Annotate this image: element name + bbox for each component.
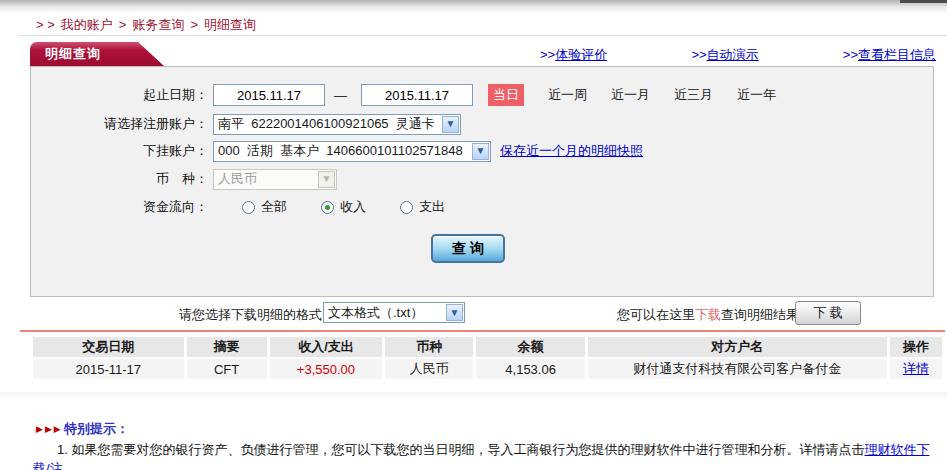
flow-option-all[interactable]: 全部 <box>242 198 287 216</box>
link-prefix: >> <box>540 47 555 62</box>
cell-currency: 人民币 <box>385 359 473 379</box>
start-date-input[interactable] <box>213 84 325 106</box>
cell-summary: CFT <box>187 359 267 379</box>
date-range-label: 起止日期： <box>31 86 208 104</box>
register-account-row: 请选择注册账户： 南平 6222001406100921065 灵通卡 ▼ <box>31 112 933 136</box>
last-3-months-range-button[interactable]: 近三月 <box>674 86 713 104</box>
col-currency: 币种 <box>385 337 473 357</box>
today-range-button[interactable]: 当日 <box>488 84 524 106</box>
chevron-down-icon: ▼ <box>318 171 335 188</box>
end-date-input[interactable] <box>361 84 473 106</box>
breadcrumb-separator: > <box>190 17 198 32</box>
breadcrumb-separator: > <box>119 17 127 32</box>
notice-body: 1. 如果您需要对您的银行资产、负债进行管理，您可以下载您的当日明细，导入工商银… <box>33 440 938 470</box>
download-hint-highlight: 下载 <box>695 307 721 322</box>
link-prefix: >> <box>843 47 858 62</box>
tab-detail-query[interactable]: 明细查询 <box>30 42 164 66</box>
breadcrumb-prefix: > > <box>36 17 55 32</box>
link-prefix: >> <box>691 47 706 62</box>
breadcrumb-item-my-account[interactable]: 我的账户 <box>61 17 113 32</box>
cell-balance: 4,153.06 <box>476 359 584 379</box>
flow-option-expense[interactable]: 支出 <box>400 198 445 216</box>
currency-select: 人民币 ▼ <box>213 169 337 190</box>
currency-label: 币 种： <box>31 170 208 188</box>
cell-counterparty: 财付通支付科技有限公司客户备付金 <box>588 359 887 379</box>
breadcrumb-divider <box>18 35 947 36</box>
col-summary: 摘要 <box>187 337 267 357</box>
fund-flow-row: 资金流向： 全部 收入 支出 <box>31 195 933 219</box>
col-balance: 余额 <box>476 337 584 357</box>
query-button[interactable]: 查 询 <box>431 234 505 263</box>
top-gradient-bar <box>0 0 947 13</box>
header-links: >>体验评价 >>自动演示 >>查看栏目信息 <box>540 46 936 64</box>
date-range-row: 起止日期： — 当日 近一周 近一月 近三月 近一年 <box>31 83 933 107</box>
col-counterparty: 对方户名 <box>588 337 887 357</box>
download-format-label: 请您选择下载明细的格式 <box>0 306 322 324</box>
col-action: 操作 <box>890 337 942 357</box>
query-form-panel: 起止日期： — 当日 近一周 近一月 近三月 近一年 请选择注册账户： 南平 6… <box>30 66 934 297</box>
chevron-down-icon: ▼ <box>472 143 489 160</box>
breadcrumb-item-account-query[interactable]: 账务查询 <box>132 17 184 32</box>
column-info-link[interactable]: >>查看栏目信息 <box>843 46 936 64</box>
col-date: 交易日期 <box>33 337 184 357</box>
sub-account-row: 下挂账户： 000 活期 基本户 1406600101102571848 ▼ 保… <box>31 139 933 163</box>
flow-option-income[interactable]: 收入 <box>321 198 366 216</box>
chevron-down-icon: ▼ <box>446 304 463 321</box>
table-header-row: 交易日期 摘要 收入/支出 币种 余额 对方户名 操作 <box>33 337 942 357</box>
last-year-range-button[interactable]: 近一年 <box>737 86 776 104</box>
download-button[interactable]: 下 载 <box>795 301 861 325</box>
notice-arrows-icon: ▶▶▶ <box>36 424 63 434</box>
col-amount: 收入/支出 <box>270 337 382 357</box>
radio-income[interactable] <box>321 201 334 214</box>
download-format-select[interactable]: 文本格式（.txt） ▼ <box>323 302 465 323</box>
radio-expense[interactable] <box>400 201 413 214</box>
breadcrumb-item-detail-query[interactable]: 明细查询 <box>204 17 256 32</box>
last-month-range-button[interactable]: 近一月 <box>611 86 650 104</box>
section-divider-band <box>0 392 947 402</box>
sub-account-label: 下挂账户： <box>31 142 208 160</box>
notice-title: 特别提示： <box>64 420 129 438</box>
fund-flow-label: 资金流向： <box>31 198 208 216</box>
chevron-down-icon: ▼ <box>442 116 459 133</box>
auto-demo-link[interactable]: >>自动演示 <box>691 46 758 64</box>
sub-account-select[interactable]: 000 活期 基本户 1406600101102571848 ▼ <box>213 141 491 162</box>
save-snapshot-link[interactable]: 保存近一个月的明细快照 <box>500 142 643 160</box>
download-format-select-wrap: 文本格式（.txt） ▼ <box>323 302 465 323</box>
cell-amount: +3,550.00 <box>270 359 382 379</box>
detail-link[interactable]: 详情 <box>903 361 929 376</box>
experience-rating-link[interactable]: >>体验评价 <box>540 46 607 64</box>
top-corner-strip <box>900 0 947 3</box>
table-row: 2015-11-17 CFT +3,550.00 人民币 4,153.06 财付… <box>33 359 942 379</box>
breadcrumb: > >我的账户>账务查询>明细查询 <box>36 16 262 34</box>
currency-row: 币 种： 人民币 ▼ <box>31 167 933 191</box>
radio-all[interactable] <box>242 201 255 214</box>
register-account-label: 请选择注册账户： <box>31 115 208 133</box>
cell-date: 2015-11-17 <box>33 359 184 379</box>
register-account-select[interactable]: 南平 6222001406100921065 灵通卡 ▼ <box>213 114 461 135</box>
download-hint: 您可以在这里下载查询明细结果 <box>617 306 799 324</box>
table-top-divider <box>20 330 945 332</box>
last-week-range-button[interactable]: 近一周 <box>548 86 587 104</box>
transaction-table: 交易日期 摘要 收入/支出 币种 余额 对方户名 操作 2015-11-17 C… <box>30 335 945 381</box>
date-dash: — <box>334 88 347 103</box>
